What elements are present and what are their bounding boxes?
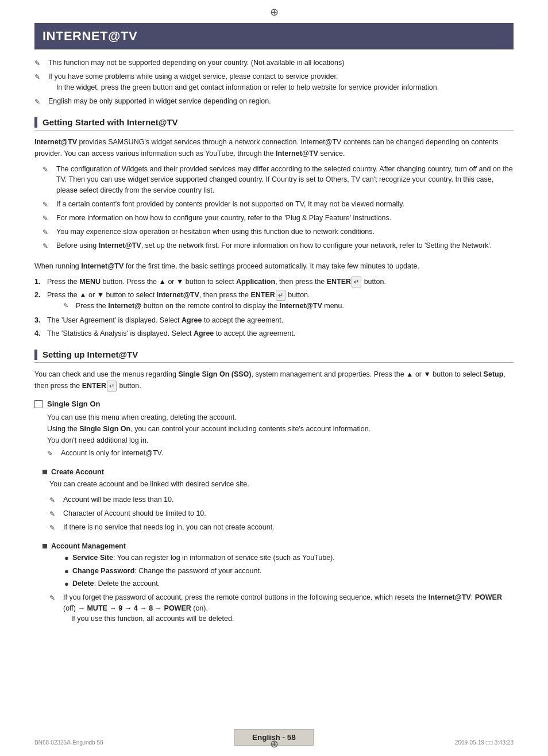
section2-heading: Setting up Internet@TV — [34, 350, 514, 363]
section1-para2: When running Internet@TV for the first t… — [34, 260, 514, 272]
sso-note: ✎ Account is only for internet@TV. — [47, 448, 514, 459]
crosshair-top-icon: ⊕ — [270, 6, 279, 18]
section1-steps: 1. Press the MENU button. Press the ▲ or… — [34, 277, 514, 339]
page: ⊕ INTERNET@TV ✎ This function may not be… — [0, 0, 548, 756]
step-4: 4. The 'Statistics & Analysis' is displa… — [34, 328, 514, 339]
am-note-1: ✎ If you forget the password of account,… — [49, 592, 514, 624]
ca-note-2: ✎ Character of Account should be limited… — [49, 508, 514, 519]
account-management-body: ● Service Site: You can register log in … — [49, 552, 514, 624]
single-sign-on-body: You can use this menu when creating, del… — [47, 412, 514, 459]
bullet-icon-1: ● — [64, 552, 72, 564]
ca-note-icon-2: ✎ — [49, 509, 60, 519]
filled-sq-icon-1 — [43, 470, 47, 474]
s1-note-4: ✎ You may experience slow operation or h… — [43, 227, 514, 237]
crosshair-bottom-icon: ⊕ — [270, 738, 279, 750]
section2-para1: You can check and use the menus regardin… — [34, 369, 514, 392]
step-3: 3. The 'User Agreement' is displayed. Se… — [34, 315, 514, 326]
s1-note-icon-3: ✎ — [43, 213, 53, 224]
ca-note-3: ✎ If there is no service that needs log … — [49, 522, 514, 533]
bullet-icon-2: ● — [64, 566, 72, 577]
am-bullet-2: ● Change Password: Change the password o… — [64, 566, 514, 577]
ca-note-icon-3: ✎ — [49, 523, 60, 533]
step-2: 2. Press the ▲ or ▼ button to select Int… — [34, 290, 514, 313]
note-pencil-icon-1: ✎ — [34, 58, 45, 68]
section1-heading: Getting Started with Internet@TV — [34, 117, 514, 131]
s1-note-icon-1: ✎ — [43, 164, 53, 175]
sso-note-icon: ✎ — [47, 448, 57, 459]
ca-note-1: ✎ Account will be made less than 10. — [49, 494, 514, 505]
footer-right: 2009-05-19 □□ 3:43:23 — [455, 739, 514, 746]
main-title: INTERNET@TV — [34, 23, 514, 49]
section1-bar — [34, 117, 37, 128]
ca-note-icon-1: ✎ — [49, 495, 60, 505]
bullet-icon-3: ● — [64, 578, 72, 590]
s1-note-2: ✎ If a certain content's font provided b… — [43, 199, 514, 210]
intro-note-3: ✎ English may be only supported in widge… — [34, 96, 514, 107]
sub-arrow-icon: ✎ — [63, 301, 74, 310]
step-2-sub: ✎ Press the Internet@ button on the remo… — [63, 301, 344, 312]
intro-notes: ✎ This function may not be supported dep… — [34, 57, 514, 107]
single-sign-on-heading: Single Sign On — [34, 400, 514, 408]
s1-note-icon-5: ✎ — [43, 241, 53, 251]
create-account-heading: Create Account — [43, 468, 514, 476]
s1-note-5: ✎ Before using Internet@TV, set up the n… — [43, 240, 514, 251]
am-note-icon-1: ✎ — [49, 593, 60, 603]
note-pencil-icon-3: ✎ — [34, 97, 45, 107]
section1-notes: ✎ The configuration of Widgets and their… — [43, 164, 514, 251]
am-bullet-1: ● Service Site: You can register log in … — [64, 552, 514, 564]
s1-note-icon-2: ✎ — [43, 199, 53, 210]
create-account-body: You can create account and be linked wit… — [49, 478, 514, 533]
section1-para1: Internet@TV provides SAMSUNG's widget se… — [34, 136, 514, 159]
s1-note-1: ✎ The configuration of Widgets and their… — [43, 164, 514, 196]
intro-note-2: ✎ If you have some problems while using … — [34, 71, 514, 93]
footer-left: BN68-02325A-Eng.indb 58 — [34, 739, 103, 746]
filled-sq-icon-2 — [43, 544, 47, 548]
checkbox-icon — [34, 400, 43, 408]
s1-note-icon-4: ✎ — [43, 227, 53, 237]
intro-note-1: ✎ This function may not be supported dep… — [34, 57, 514, 68]
s1-note-3: ✎ For more information on how how to con… — [43, 213, 514, 224]
am-bullet-3: ● Delete: Delete the account. — [64, 578, 514, 590]
section2-bar — [34, 350, 37, 360]
account-management-heading: Account Management — [43, 542, 514, 550]
step-1: 1. Press the MENU button. Press the ▲ or… — [34, 277, 514, 287]
note-pencil-icon-2: ✎ — [34, 72, 45, 82]
